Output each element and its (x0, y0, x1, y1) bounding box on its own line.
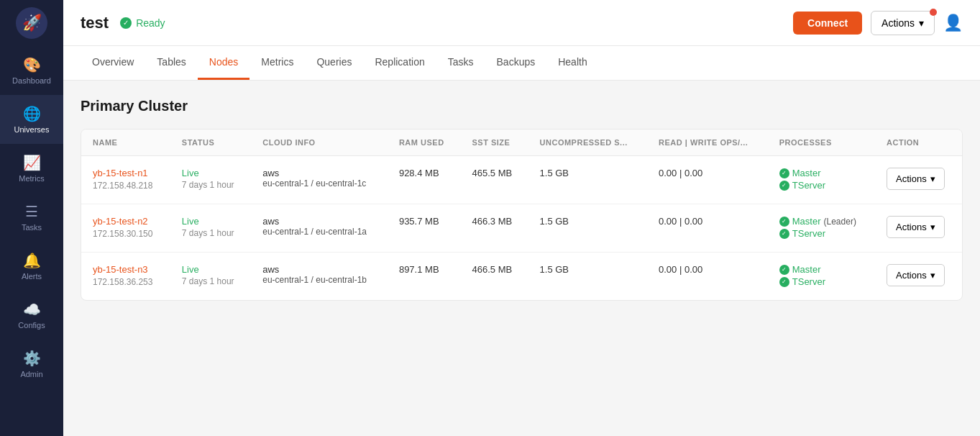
col-name: NAME (81, 130, 170, 156)
sidebar-item-label: Configs (18, 321, 45, 330)
table-row: yb-15-test-n3172.158.36.253Live7 days 1 … (81, 253, 962, 301)
tab-tables[interactable]: Tables (145, 46, 197, 80)
node-ip: 172.158.36.253 (93, 277, 152, 287)
tab-tasks[interactable]: Tasks (436, 46, 485, 80)
row-actions-button[interactable]: Actions▾ (887, 216, 945, 238)
node-name[interactable]: yb-15-test-n2 (93, 216, 159, 227)
tab-replication[interactable]: Replication (363, 46, 436, 80)
status-badge: Ready (120, 17, 165, 29)
logo-icon: 🚀 (16, 7, 47, 39)
sidebar-item-admin[interactable]: ⚙️ Admin (0, 340, 63, 389)
row-actions-arrow: ▾ (930, 270, 935, 281)
process-label[interactable]: TServer (792, 180, 825, 191)
cell-status: Live7 days 1 hour (170, 204, 251, 253)
status-text: Ready (136, 17, 165, 29)
process-item: TServer (779, 228, 864, 239)
col-read-write: READ | WRITE OPS/... (647, 130, 768, 156)
main-content: test Ready Connect Actions ▾ 👤 Overview … (63, 0, 980, 436)
tab-metrics[interactable]: Metrics (249, 46, 305, 80)
process-status-dot (779, 277, 789, 287)
cell-processes: Master (Leader)TServer (768, 204, 875, 253)
sidebar-item-universes[interactable]: 🌐 Universes (0, 95, 63, 144)
cell-action: Actions▾ (875, 204, 962, 253)
sidebar-item-label: Tasks (22, 223, 42, 232)
node-name[interactable]: yb-15-test-n1 (93, 168, 159, 178)
cell-uncompressed: 1.5 GB (528, 204, 647, 253)
status-duration: 7 days 1 hour (182, 180, 239, 190)
tab-backups[interactable]: Backups (485, 46, 547, 80)
process-label[interactable]: Master (792, 264, 821, 275)
sidebar-item-label: Universes (14, 125, 50, 134)
alerts-icon: 🔔 (23, 252, 41, 269)
process-status-dot (779, 168, 789, 178)
nodes-table: NAME STATUS CLOUD INFO RAM USED SST SIZE… (81, 130, 962, 300)
tab-overview[interactable]: Overview (81, 46, 145, 80)
status-indicator (120, 17, 132, 29)
table-header-row: NAME STATUS CLOUD INFO RAM USED SST SIZE… (81, 130, 962, 156)
tab-health[interactable]: Health (546, 46, 598, 80)
process-label[interactable]: TServer (792, 228, 825, 239)
cell-sst-size: 466.3 MB (461, 204, 528, 253)
process-label[interactable]: TServer (792, 276, 825, 287)
configs-icon: ☁️ (23, 301, 41, 318)
sidebar-item-alerts[interactable]: 🔔 Alerts (0, 242, 63, 291)
process-label[interactable]: Master (792, 216, 821, 227)
cloud-provider: aws (262, 264, 376, 275)
col-action: ACTION (875, 130, 962, 156)
logo[interactable]: 🚀 (0, 0, 63, 46)
header-actions: Connect Actions ▾ 👤 (793, 11, 963, 35)
table-row: yb-15-test-n2172.158.30.150Live7 days 1 … (81, 204, 962, 253)
section-title: Primary Cluster (81, 98, 963, 114)
node-ip: 172.158.48.218 (93, 181, 152, 191)
process-status-dot (779, 265, 789, 275)
col-ram-used: RAM USED (388, 130, 461, 156)
sidebar-item-dashboard[interactable]: 🎨 Dashboard (0, 46, 63, 95)
process-status-dot (779, 181, 789, 191)
col-uncompressed: UNCOMPRESSED S... (528, 130, 647, 156)
cell-uncompressed: 1.5 GB (528, 156, 647, 204)
row-actions-label: Actions (896, 270, 927, 281)
process-item: Master (779, 264, 864, 275)
sidebar-item-label: Admin (20, 370, 42, 378)
cell-ram-used: 897.1 MB (388, 253, 461, 301)
sidebar-item-configs[interactable]: ☁️ Configs (0, 291, 63, 340)
header-actions-label: Actions (881, 17, 915, 29)
cell-cloud-info: awseu-central-1 / eu-central-1b (251, 253, 388, 301)
tab-queries[interactable]: Queries (305, 46, 363, 80)
sidebar-item-label: Metrics (19, 174, 44, 183)
cell-processes: MasterTServer (768, 253, 875, 301)
row-actions-arrow: ▾ (930, 222, 935, 232)
sidebar-item-label: Dashboard (12, 76, 51, 85)
process-label[interactable]: Master (792, 168, 821, 178)
universes-icon: 🌐 (23, 105, 41, 122)
content-area: Primary Cluster NAME STATUS CLOUD INFO R… (63, 81, 980, 436)
cell-name: yb-15-test-n2172.158.30.150 (81, 204, 170, 253)
sidebar: 🚀 🎨 Dashboard 🌐 Universes 📈 Metrics ☰ Ta… (0, 0, 63, 436)
process-item: Master (779, 168, 864, 178)
cell-action: Actions▾ (875, 156, 962, 204)
cell-status: Live7 days 1 hour (170, 156, 251, 204)
cloud-region: eu-central-1 / eu-central-1c (262, 178, 376, 189)
notification-dot (930, 9, 937, 16)
row-actions-button[interactable]: Actions▾ (887, 264, 945, 286)
header-actions-button[interactable]: Actions ▾ (871, 11, 935, 35)
process-item: TServer (779, 276, 864, 287)
process-status-dot (779, 217, 789, 227)
node-ip: 172.158.30.150 (93, 229, 152, 239)
connect-button[interactable]: Connect (793, 12, 862, 35)
row-actions-button[interactable]: Actions▾ (887, 168, 945, 190)
header-actions-arrow: ▾ (919, 17, 924, 29)
tab-nodes[interactable]: Nodes (198, 46, 249, 80)
sidebar-item-metrics[interactable]: 📈 Metrics (0, 144, 63, 193)
cloud-region: eu-central-1 / eu-central-1a (262, 227, 376, 237)
row-actions-label: Actions (896, 222, 927, 232)
node-name[interactable]: yb-15-test-n3 (93, 264, 159, 275)
user-avatar[interactable]: 👤 (943, 14, 963, 32)
sidebar-item-label: Alerts (22, 272, 42, 281)
cell-sst-size: 466.5 MB (461, 253, 528, 301)
tasks-icon: ☰ (25, 203, 38, 220)
table-row: yb-15-test-n1172.158.48.218Live7 days 1 … (81, 156, 962, 204)
col-status: STATUS (170, 130, 251, 156)
sidebar-item-tasks[interactable]: ☰ Tasks (0, 193, 63, 242)
dashboard-icon: 🎨 (23, 56, 41, 73)
